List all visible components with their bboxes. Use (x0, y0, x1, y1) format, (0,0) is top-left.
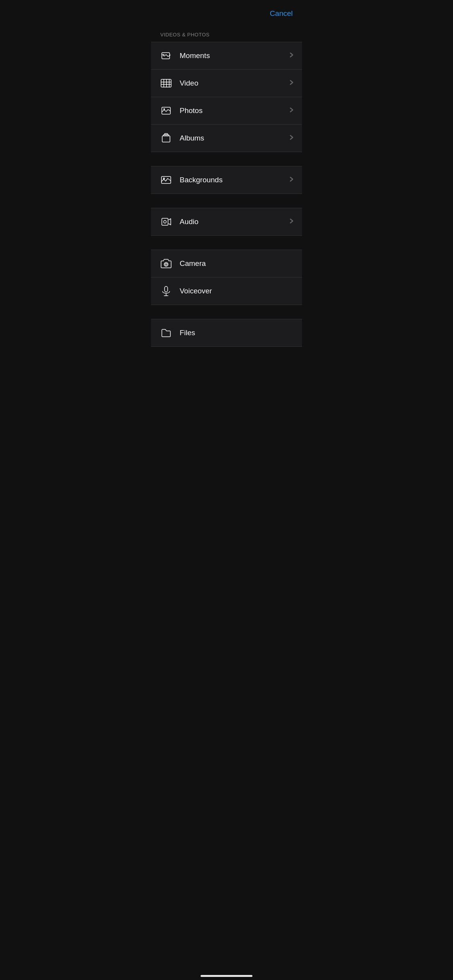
albums-icon (159, 131, 173, 146)
backgrounds-chevron (289, 176, 294, 183)
video-chevron (289, 80, 294, 87)
section-title-videos-photos: VIDEOS & PHOTOS (160, 32, 209, 38)
svg-rect-0 (162, 53, 170, 59)
svg-point-1 (163, 54, 165, 55)
files-group: Files (151, 319, 302, 347)
backgrounds-icon (159, 173, 173, 187)
spacer-bottom (151, 347, 302, 370)
files-item[interactable]: Files (151, 319, 302, 346)
svg-rect-19 (165, 286, 168, 292)
photos-icon (159, 103, 173, 118)
backgrounds-label: Backgrounds (180, 176, 286, 184)
albums-chevron (289, 135, 294, 142)
svg-point-18 (165, 264, 167, 266)
video-icon (159, 76, 173, 91)
albums-label: Albums (180, 134, 286, 142)
videos-photos-group: Moments Video (151, 42, 302, 152)
files-label: Files (180, 329, 294, 337)
header: Cancel (151, 0, 302, 24)
gap-4 (151, 305, 302, 319)
svg-rect-15 (162, 218, 168, 225)
photos-chevron (289, 107, 294, 114)
svg-point-14 (163, 178, 165, 179)
svg-point-9 (163, 108, 165, 110)
albums-item[interactable]: Albums (151, 125, 302, 152)
capture-group: Camera Voiceover (151, 250, 302, 305)
audio-label: Audio (180, 218, 286, 226)
camera-item[interactable]: Camera (151, 250, 302, 278)
moments-chevron (289, 52, 294, 59)
audio-chevron (289, 218, 294, 225)
video-item[interactable]: Video (151, 70, 302, 97)
svg-rect-10 (162, 136, 170, 142)
backgrounds-group: Backgrounds (151, 166, 302, 194)
moments-label: Moments (180, 51, 286, 60)
audio-item[interactable]: Audio (151, 208, 302, 235)
camera-label: Camera (180, 259, 294, 268)
camera-icon (159, 256, 173, 271)
svg-point-16 (164, 221, 166, 223)
voiceover-item[interactable]: Voiceover (151, 278, 302, 305)
svg-rect-2 (161, 79, 171, 87)
voiceover-label: Voiceover (180, 287, 294, 295)
video-label: Video (180, 79, 286, 87)
cancel-button[interactable]: Cancel (270, 6, 293, 21)
files-icon (159, 326, 173, 340)
audio-group: Audio (151, 208, 302, 236)
photos-item[interactable]: Photos (151, 97, 302, 125)
audio-icon (159, 214, 173, 229)
moments-item[interactable]: Moments (151, 42, 302, 70)
gap-3 (151, 236, 302, 250)
photos-label: Photos (180, 106, 286, 115)
backgrounds-item[interactable]: Backgrounds (151, 166, 302, 194)
gap-2 (151, 194, 302, 208)
moments-icon (159, 48, 173, 63)
svg-rect-12 (165, 134, 168, 135)
videos-photos-section-header: VIDEOS & PHOTOS (151, 24, 302, 42)
voiceover-icon (159, 284, 173, 298)
gap-1 (151, 152, 302, 166)
